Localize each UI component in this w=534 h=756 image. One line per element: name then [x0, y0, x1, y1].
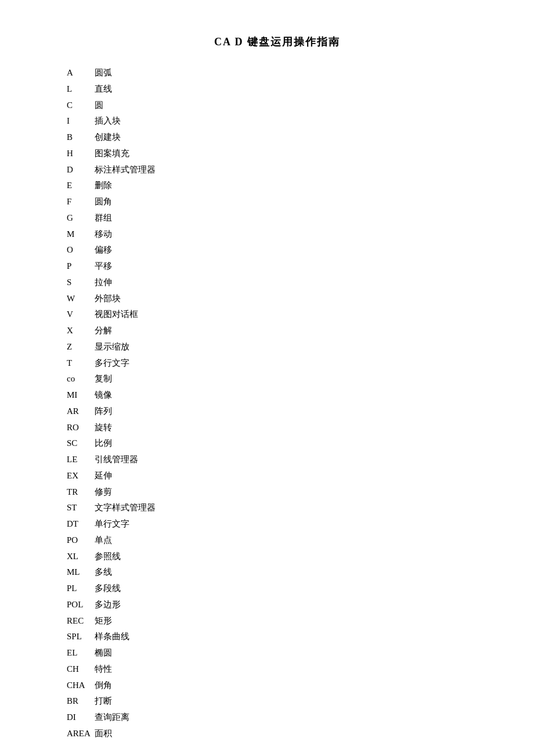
command-description: 多边形 [95, 597, 121, 613]
command-key: W [67, 291, 95, 307]
command-key: SC [67, 435, 95, 452]
command-description: 圆弧 [95, 65, 112, 81]
command-list: A圆弧L直线C圆I插入块B创建块H图案填充D标注样式管理器E删除F圆角G群组M移… [67, 65, 488, 742]
list-item: P平移 [67, 258, 488, 275]
list-item: TR修剪 [67, 484, 488, 501]
command-description: 多行文字 [95, 355, 129, 372]
list-item: C圆 [67, 98, 488, 114]
list-item: E删除 [67, 178, 488, 194]
list-item: ST文字样式管理器 [67, 500, 488, 516]
command-description: 多段线 [95, 581, 121, 597]
list-item: DT单行文字 [67, 516, 488, 532]
page-title: CA D 键盘运用操作指南 [67, 35, 488, 49]
command-description: 打断 [95, 693, 112, 710]
command-key: P [67, 258, 95, 275]
command-description: 图案填充 [95, 146, 129, 162]
command-description: 移动 [95, 226, 112, 243]
list-item: F圆角 [67, 194, 488, 210]
list-item: MI镜像 [67, 387, 488, 404]
command-key: G [67, 210, 95, 226]
list-item: PL多段线 [67, 581, 488, 597]
list-item: CHA倒角 [67, 678, 488, 694]
command-key: E [67, 178, 95, 194]
command-description: 多线 [95, 564, 112, 581]
list-item: O偏移 [67, 242, 488, 258]
list-item: W外部块 [67, 291, 488, 307]
list-item: V视图对话框 [67, 307, 488, 323]
list-item: ML多线 [67, 564, 488, 581]
command-key: SPL [67, 629, 95, 645]
list-item: H图案填充 [67, 146, 488, 162]
command-key: ST [67, 500, 95, 516]
list-item: EL椭圆 [67, 645, 488, 661]
command-key: XL [67, 549, 95, 565]
command-description: 外部块 [95, 291, 121, 307]
list-item: BR打断 [67, 693, 488, 710]
command-description: 群组 [95, 210, 112, 226]
command-key: M [67, 226, 95, 243]
command-description: 视图对话框 [95, 307, 138, 323]
command-key: CH [67, 661, 95, 678]
list-item: I插入块 [67, 113, 488, 129]
command-description: 直线 [95, 81, 112, 98]
list-item: SPL样条曲线 [67, 629, 488, 645]
list-item: B创建块 [67, 129, 488, 146]
command-key: C [67, 98, 95, 114]
command-description: 面积 [95, 726, 112, 742]
command-key: RO [67, 420, 95, 436]
command-description: 倒角 [95, 678, 112, 694]
list-item: DI查询距离 [67, 710, 488, 726]
list-item: CH特性 [67, 661, 488, 678]
command-key: V [67, 307, 95, 323]
command-description: 复制 [95, 371, 112, 387]
list-item: POL多边形 [67, 597, 488, 613]
command-key: DI [67, 710, 95, 726]
command-description: 引线管理器 [95, 452, 138, 468]
list-item: S拉伸 [67, 275, 488, 291]
command-description: 删除 [95, 178, 112, 194]
command-description: 单点 [95, 532, 112, 549]
list-item: REC矩形 [67, 613, 488, 629]
command-description: 圆 [95, 98, 103, 114]
command-key: B [67, 129, 95, 146]
command-key: Z [67, 339, 95, 355]
list-item: X分解 [67, 323, 488, 339]
command-description: 延伸 [95, 468, 112, 484]
list-item: AR阵列 [67, 404, 488, 420]
command-key: F [67, 194, 95, 210]
list-item: SC比例 [67, 435, 488, 452]
list-item: co复制 [67, 371, 488, 387]
command-key: AR [67, 404, 95, 420]
command-description: 标注样式管理器 [95, 162, 156, 178]
list-item: LE引线管理器 [67, 452, 488, 468]
command-key: I [67, 113, 95, 129]
command-key: REC [67, 613, 95, 629]
command-description: 查询距离 [95, 710, 129, 726]
command-description: 偏移 [95, 242, 112, 258]
command-key: EX [67, 468, 95, 484]
list-item: G群组 [67, 210, 488, 226]
list-item: RO旋转 [67, 420, 488, 436]
command-key: X [67, 323, 95, 339]
command-description: 修剪 [95, 484, 112, 501]
command-description: 文字样式管理器 [95, 500, 156, 516]
command-key: AREA [67, 726, 95, 742]
command-key: MI [67, 387, 95, 404]
list-item: A圆弧 [67, 65, 488, 81]
command-key: DT [67, 516, 95, 532]
list-item: AREA面积 [67, 726, 488, 742]
list-item: D标注样式管理器 [67, 162, 488, 178]
command-description: 样条曲线 [95, 629, 129, 645]
command-key: T [67, 355, 95, 372]
command-key: EL [67, 645, 95, 661]
command-description: 参照线 [95, 549, 121, 565]
command-key: POL [67, 597, 95, 613]
command-description: 阵列 [95, 404, 112, 420]
list-item: T多行文字 [67, 355, 488, 372]
command-key: LE [67, 452, 95, 468]
command-description: 创建块 [95, 129, 121, 146]
command-description: 镜像 [95, 387, 112, 404]
command-description: 平移 [95, 258, 112, 275]
command-key: PO [67, 532, 95, 549]
command-description: 显示缩放 [95, 339, 129, 355]
